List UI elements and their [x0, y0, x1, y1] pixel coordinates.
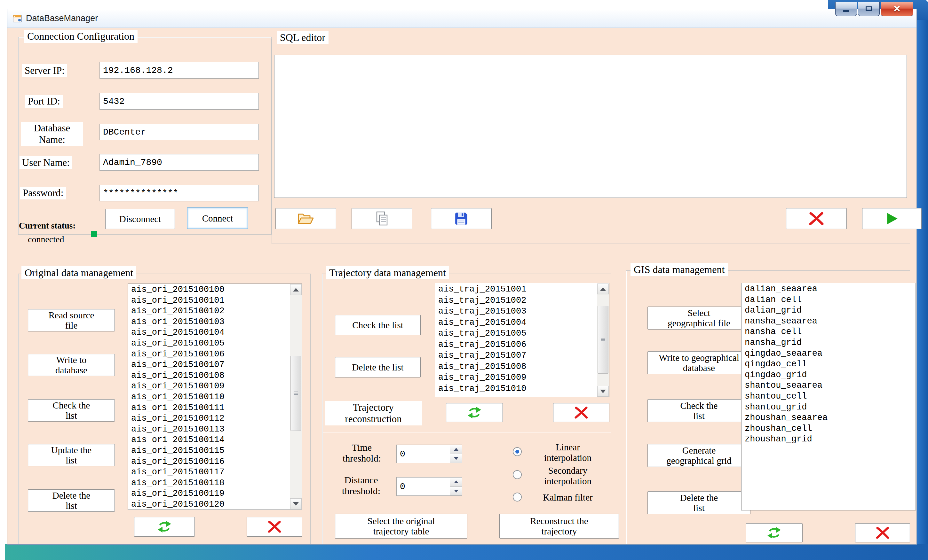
radio-linear-interpolation-label[interactable]: Linear interpolation	[526, 442, 609, 463]
scrollbar-thumb[interactable]	[598, 306, 608, 374]
list-item[interactable]: ais_ori_2015100118	[128, 478, 289, 489]
gis-clear-button[interactable]	[855, 523, 910, 542]
list-item[interactable]: ais_traj_20151010	[436, 383, 596, 394]
list-item[interactable]: ais_traj_20151005	[436, 328, 596, 339]
sql-clear-button[interactable]	[786, 208, 847, 229]
radio-secondary-interpolation-label[interactable]: Secondary interpolation	[526, 466, 609, 487]
list-item[interactable]: ais_traj_20151006	[436, 339, 596, 350]
list-item[interactable]: zhoushan_seaarea	[742, 412, 915, 423]
minimize-button[interactable]	[835, 2, 857, 16]
list-item[interactable]: ais_ori_2015100119	[128, 488, 289, 499]
write-geographical-database-button[interactable]: Write to geographical database	[647, 351, 751, 374]
server-ip-input[interactable]	[99, 62, 259, 79]
list-item[interactable]: ais_ori_2015100117	[128, 467, 289, 478]
database-name-input[interactable]	[99, 124, 259, 140]
connect-button[interactable]: Connect	[187, 207, 248, 229]
close-button[interactable]	[881, 2, 913, 16]
scrollbar-thumb[interactable]	[290, 356, 301, 431]
scroll-up-button[interactable]	[290, 284, 302, 295]
original-table-list[interactable]: ais_ori_2015100100ais_ori_2015100101ais_…	[128, 283, 302, 510]
trajectory-refresh-button[interactable]	[446, 403, 503, 422]
list-item[interactable]: ais_ori_2015100103	[128, 317, 289, 328]
generate-geographical-grid-button[interactable]: Generate geographical grid	[647, 444, 751, 467]
read-source-file-button[interactable]: Read source file	[28, 309, 115, 332]
list-item[interactable]: ais_ori_2015100114	[128, 435, 289, 446]
list-item[interactable]: ais_traj_20151009	[436, 372, 596, 383]
select-original-trajectory-table-button[interactable]: Select the original trajectory table	[335, 514, 467, 539]
list-item[interactable]: dalian_grid	[742, 305, 915, 316]
list-item[interactable]: ais_ori_2015100111	[128, 403, 289, 414]
password-input[interactable]	[99, 185, 259, 201]
time-threshold-spinner[interactable]	[396, 444, 462, 463]
trajectory-table-list[interactable]: ais_traj_20151001ais_traj_20151002ais_tr…	[435, 283, 609, 397]
list-item[interactable]: ais_ori_2015100101	[128, 295, 289, 306]
list-item[interactable]: ais_ori_2015100113	[128, 424, 289, 435]
list-item[interactable]: nansha_cell	[742, 327, 915, 338]
spin-up-button[interactable]	[450, 478, 462, 487]
list-item[interactable]: ais_traj_20151004	[436, 317, 596, 328]
list-item[interactable]: dalian_seaarea	[742, 284, 915, 295]
list-item[interactable]: qingdao_cell	[742, 359, 915, 370]
list-item[interactable]: dalian_cell	[742, 295, 915, 306]
list-item[interactable]: ais_ori_2015100108	[128, 370, 289, 381]
trajectory-check-list-button[interactable]: Check the list	[335, 315, 421, 335]
list-item[interactable]: nansha_seaarea	[742, 316, 915, 327]
sql-open-button[interactable]	[275, 208, 336, 229]
sql-save-button[interactable]	[431, 208, 491, 229]
list-item[interactable]: qingdao_seaarea	[742, 348, 915, 359]
sql-copy-button[interactable]	[351, 208, 412, 229]
list-item[interactable]: shantou_cell	[742, 391, 915, 402]
scroll-track[interactable]	[597, 294, 609, 386]
time-threshold-input[interactable]	[397, 445, 450, 463]
original-refresh-button[interactable]	[134, 517, 195, 537]
distance-threshold-spinner[interactable]	[396, 477, 462, 496]
radio-secondary-interpolation[interactable]	[513, 470, 522, 479]
sql-editor-input[interactable]	[274, 55, 907, 198]
user-name-input[interactable]	[99, 154, 259, 171]
list-item[interactable]: ais_ori_2015100116	[128, 457, 289, 467]
list-item[interactable]: ais_traj_20151007	[436, 350, 596, 361]
gis-delete-list-button[interactable]: Delete the list	[647, 491, 751, 514]
reconstruct-trajectory-button[interactable]: Reconstruct the trajectory	[499, 514, 619, 539]
original-delete-list-button[interactable]: Delete the list	[28, 489, 115, 512]
port-id-input[interactable]	[99, 93, 259, 110]
radio-kalman-filter[interactable]	[513, 493, 522, 502]
original-clear-button[interactable]	[247, 517, 302, 537]
distance-threshold-input[interactable]	[397, 478, 450, 495]
trajectory-delete-list-button[interactable]: Delete the list	[335, 357, 421, 377]
write-to-database-button[interactable]: Write to database	[28, 354, 115, 376]
original-check-list-button[interactable]: Check the list	[28, 399, 115, 422]
list-item[interactable]: ais_ori_2015100106	[128, 349, 289, 360]
list-item[interactable]: ais_ori_2015100110	[128, 392, 289, 403]
list-item[interactable]: ais_traj_20151001	[436, 284, 596, 295]
gis-refresh-button[interactable]	[746, 523, 803, 542]
list-item[interactable]: qingdao_grid	[742, 370, 915, 381]
scroll-up-button[interactable]	[597, 283, 609, 294]
trajectory-clear-button[interactable]	[553, 403, 609, 422]
list-item[interactable]: ais_ori_2015100115	[128, 446, 289, 457]
list-item[interactable]: ais_traj_20151002	[436, 295, 596, 306]
disconnect-button[interactable]: Disconnect	[105, 209, 175, 229]
radio-linear-interpolation[interactable]	[513, 447, 522, 456]
spin-up-button[interactable]	[450, 445, 462, 454]
spin-down-button[interactable]	[450, 487, 462, 496]
scroll-down-button[interactable]	[597, 386, 609, 397]
sql-run-button[interactable]	[862, 208, 922, 229]
maximize-button[interactable]	[858, 2, 880, 16]
trajectory-list-scrollbar[interactable]	[597, 283, 609, 397]
list-item[interactable]: ais_ori_2015100107	[128, 359, 289, 370]
titlebar[interactable]: DataBaseManager	[8, 9, 916, 28]
list-item[interactable]: ais_ori_2015100109	[128, 381, 289, 392]
list-item[interactable]: shantou_grid	[742, 402, 915, 413]
spin-down-button[interactable]	[450, 454, 462, 463]
select-geographical-file-button[interactable]: Select geographical file	[647, 306, 751, 330]
list-item[interactable]: ais_traj_20151008	[436, 361, 596, 372]
scroll-track[interactable]	[290, 295, 302, 498]
list-item[interactable]: ais_ori_2015100105	[128, 338, 289, 349]
original-update-list-button[interactable]: Update the list	[28, 444, 115, 466]
list-item[interactable]: zhoushan_grid	[742, 434, 915, 445]
list-item[interactable]: nansha_grid	[742, 338, 915, 348]
list-item[interactable]: zhoushan_cell	[742, 423, 915, 434]
gis-check-list-button[interactable]: Check the list	[647, 399, 751, 422]
list-item[interactable]: ais_ori_2015100120	[128, 499, 289, 509]
